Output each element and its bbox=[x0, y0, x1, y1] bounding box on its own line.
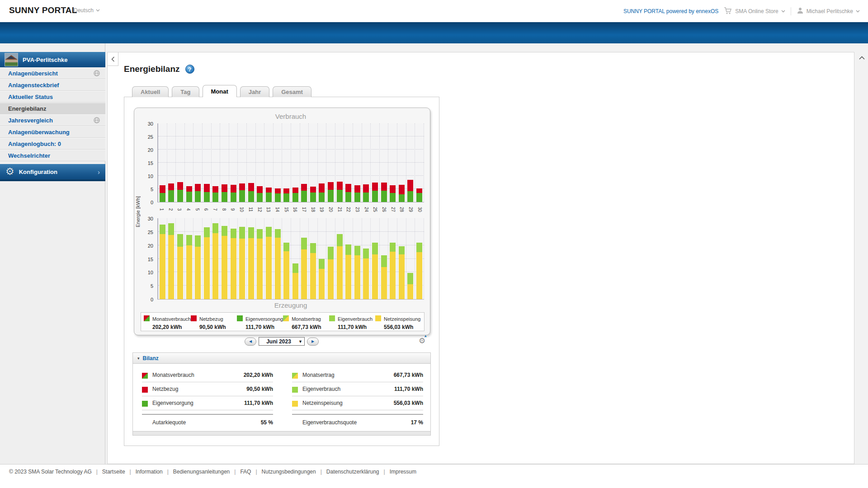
sidebar-item-konfiguration[interactable]: ⚙ Konfiguration › bbox=[0, 164, 105, 179]
tab-content-panel: Verbrauch Energie [kWh] 051015202530 123… bbox=[124, 97, 439, 446]
color-chip bbox=[292, 387, 298, 393]
divider bbox=[292, 414, 423, 415]
plant-header[interactable]: PVA-Perlitschke bbox=[0, 52, 105, 67]
powered-by-link[interactable]: SUNNY PORTAL powered by ennexOS bbox=[623, 8, 718, 14]
x-axis-label: 13 bbox=[264, 204, 273, 217]
bar-day-27 bbox=[388, 218, 397, 299]
legend-chip bbox=[283, 315, 289, 321]
bar-day-8 bbox=[220, 123, 229, 202]
sidebar-item-wechselrichter[interactable]: Wechselrichter bbox=[0, 150, 105, 161]
store-label: SMA Online Store bbox=[735, 8, 778, 14]
cart-icon bbox=[724, 7, 732, 16]
sidebar-item-anlagensteckbrief[interactable]: Anlagensteckbrief bbox=[0, 79, 105, 91]
y-axis-ticks-top: 051015202530 bbox=[143, 123, 155, 202]
x-axis-label: 27 bbox=[388, 204, 397, 217]
bilanz-header[interactable]: ▾ Bilanz bbox=[133, 353, 430, 364]
bar-day-30 bbox=[415, 123, 424, 202]
tab-aktuell[interactable]: Aktuell bbox=[132, 86, 169, 97]
footer-link-nutzungsbedingungen[interactable]: Nutzungsbedingungen bbox=[262, 469, 316, 475]
x-axis-label: 16 bbox=[291, 204, 300, 217]
copyright-text: © 2023 SMA Solar Technology AG bbox=[9, 469, 92, 475]
bar-day-11 bbox=[247, 123, 256, 202]
chevron-down-icon bbox=[781, 10, 785, 13]
help-icon[interactable]: ? bbox=[185, 65, 194, 74]
x-axis-label: 3 bbox=[175, 204, 184, 217]
bar-day-28 bbox=[397, 218, 406, 299]
erzeugung-chart bbox=[157, 218, 424, 300]
bar-day-6 bbox=[203, 123, 212, 202]
bar-day-30 bbox=[415, 218, 424, 299]
chart-settings-gear-icon[interactable]: ⚙▲ bbox=[419, 336, 425, 346]
x-axis-label: 24 bbox=[362, 204, 371, 217]
divider bbox=[142, 414, 273, 415]
footer-link-bedienungsanleitungen[interactable]: Bedienungsanleitungen bbox=[173, 469, 230, 475]
bar-day-18 bbox=[309, 218, 318, 299]
x-axis-labels: 1234567891011121314151617181920212223242… bbox=[157, 204, 424, 217]
x-axis-label: 8 bbox=[220, 204, 229, 217]
sidebar-collapse-button[interactable] bbox=[108, 52, 118, 66]
language-label: Deutsch bbox=[74, 7, 94, 14]
footer-link-information[interactable]: Information bbox=[136, 469, 163, 475]
bar-day-28 bbox=[397, 123, 406, 202]
sidebar-item-anlagenueberwachung[interactable]: Anlagenüberwachung bbox=[0, 126, 105, 138]
sidebar-item-energiebilanz[interactable]: Energiebilanz bbox=[0, 103, 105, 114]
bar-day-17 bbox=[300, 123, 309, 202]
bilanz-row-eigenversorgung: Eigenversorgung 111,70 kWh bbox=[142, 396, 273, 410]
bar-day-18 bbox=[309, 123, 318, 202]
plant-thumbnail bbox=[5, 53, 18, 66]
tab-monat[interactable]: Monat bbox=[203, 85, 237, 97]
tab-gesamt[interactable]: Gesamt bbox=[273, 86, 311, 97]
x-axis-label: 30 bbox=[415, 204, 424, 217]
tab-jahr[interactable]: Jahr bbox=[240, 86, 269, 97]
tab-tag[interactable]: Tag bbox=[172, 86, 199, 97]
bar-day-5 bbox=[193, 123, 203, 202]
store-link[interactable]: SMA Online Store bbox=[724, 7, 785, 16]
footer-link-datenschutzerklaerung[interactable]: Datenschutzerklärung bbox=[326, 469, 379, 475]
bar-day-8 bbox=[220, 218, 229, 299]
plant-name: PVA-Perlitschke bbox=[23, 56, 67, 63]
bar-day-16 bbox=[291, 218, 300, 299]
chevron-right-icon: › bbox=[98, 168, 100, 176]
month-select[interactable]: Juni 2023 ▼ bbox=[259, 337, 305, 346]
sidebar-item-jahresvergleich[interactable]: Jahresvergleich bbox=[0, 114, 105, 126]
bar-day-29 bbox=[406, 218, 415, 299]
bar-day-29 bbox=[406, 123, 415, 202]
footer-link-startseite[interactable]: Startseite bbox=[102, 469, 125, 475]
bar-day-4 bbox=[185, 123, 194, 202]
bar-day-9 bbox=[229, 123, 238, 202]
sidebar-item-aktueller-status[interactable]: Aktueller Status bbox=[0, 91, 105, 103]
y-axis-ticks-bottom: 051015202530 bbox=[143, 218, 155, 300]
bilanz-row-monatsverbrauch: Monatsverbrauch 202,20 kWh bbox=[142, 368, 273, 382]
color-chip bbox=[292, 373, 298, 379]
collapse-triangle-icon: ▾ bbox=[137, 356, 140, 361]
x-axis-label: 28 bbox=[397, 204, 406, 217]
sidebar-item-anlagenuebersicht[interactable]: Anlagenübersicht bbox=[0, 67, 105, 79]
bar-day-27 bbox=[388, 123, 397, 202]
footer-link-faq[interactable]: FAQ bbox=[240, 469, 251, 475]
bar-day-10 bbox=[238, 123, 247, 202]
language-selector[interactable]: Deutsch bbox=[74, 7, 100, 14]
legend-eigenverbrauch: Eigenverbrauch111,70 kWh bbox=[329, 314, 375, 329]
legend-chip bbox=[329, 315, 335, 321]
sidebar-item-anlagenlogbuch[interactable]: Anlagenlogbuch: 0 bbox=[0, 138, 105, 150]
content-panel: Energiebilanz ? Aktuell Tag Monat Jahr G… bbox=[107, 52, 854, 464]
bar-day-4 bbox=[185, 218, 194, 299]
user-menu[interactable]: Michael Perlitschke bbox=[797, 7, 860, 15]
legend-eigenversorgung: Eigenversorgung111,70 kWh bbox=[237, 314, 283, 329]
footer-link-impressum[interactable]: Impressum bbox=[390, 469, 416, 475]
scroll-top-button[interactable] bbox=[856, 52, 867, 63]
bar-day-23 bbox=[353, 123, 362, 202]
x-axis-label: 4 bbox=[184, 204, 193, 217]
next-month-button[interactable]: ▶ bbox=[307, 338, 319, 346]
bar-day-22 bbox=[344, 218, 353, 299]
x-axis-label: 18 bbox=[308, 204, 317, 217]
verbrauch-chart bbox=[157, 123, 424, 202]
bar-day-25 bbox=[371, 218, 380, 299]
previous-month-button[interactable]: ◀ bbox=[245, 338, 256, 346]
main-nav-banner bbox=[0, 22, 868, 43]
legend-chip bbox=[237, 315, 243, 321]
globe-icon bbox=[94, 70, 100, 76]
bilanz-row-netzbezug: Netzbezug 90,50 kWh bbox=[142, 382, 273, 396]
x-axis-label: 11 bbox=[246, 204, 255, 217]
bar-day-25 bbox=[371, 123, 380, 202]
